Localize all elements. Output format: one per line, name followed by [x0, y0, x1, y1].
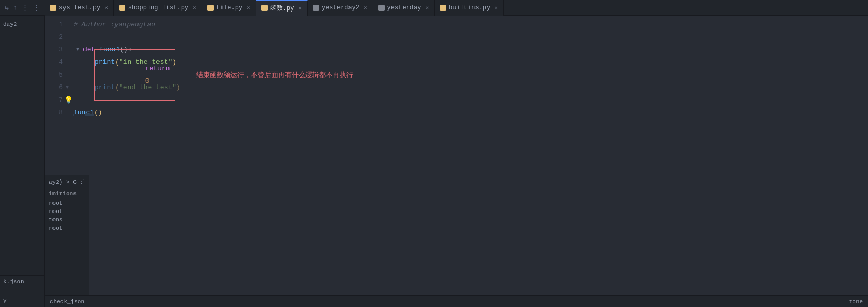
- tab-icon-builtins: [440, 5, 446, 11]
- bottom-panel: ay2) > G :\Python initions root root ton…: [45, 175, 868, 295]
- line-num-5: 5: [47, 69, 63, 81]
- return-annotation: 结束函数额运行，不管后面再有什么逻辑都不再执行: [196, 69, 353, 81]
- print-call-2: print: [94, 81, 115, 94]
- bottom-item-root-3[interactable]: root: [49, 224, 84, 232]
- str-end-test: "end the test": [119, 81, 176, 94]
- bottom-item-tons[interactable]: tons: [49, 216, 84, 224]
- section-title-initions: initions: [49, 190, 84, 197]
- sidebar-k-json[interactable]: k.json: [3, 278, 41, 286]
- tab-label-builtins: builtins.py: [449, 4, 490, 12]
- line-num-1: 1: [47, 18, 63, 31]
- code-line-5: return 0 结束函数额运行，不管后面再有什么逻辑都不再执行: [73, 69, 868, 81]
- tab-label-shopping-list: shopping_list.py: [128, 4, 188, 12]
- paren-open-2: (: [115, 81, 119, 94]
- editor-area: 1 2 3 4 5 6 7 8 # Author :yanpengtao: [45, 16, 868, 307]
- bottom-left-panel: ay2) > G :\Python initions root root ton…: [45, 175, 89, 295]
- tab-close-hanshu[interactable]: ✕: [298, 5, 302, 12]
- sidebar-item-day2[interactable]: day2: [3, 20, 41, 28]
- bottom-right-panel: [89, 175, 868, 295]
- code-line-7: 💡: [73, 94, 868, 107]
- tab-label-file: file.py: [216, 4, 242, 12]
- paren-call-close: ): [98, 107, 102, 119]
- code-line-3: ▼ def func1 ( ) :: [73, 44, 868, 56]
- bulb-icon[interactable]: 💡: [64, 94, 73, 107]
- tab-icon-file: [207, 5, 214, 11]
- line-num-3: 3: [47, 44, 63, 56]
- code-line-8: func1 ( ): [73, 107, 868, 119]
- toolbar-icon-up[interactable]: ↑: [13, 4, 17, 12]
- line-num-6: 6: [47, 81, 63, 94]
- keyword-return: return: [145, 65, 174, 72]
- line-num-4: 4: [47, 56, 63, 69]
- code-line-1: # Author :yanpengtao: [73, 18, 868, 31]
- fold-icon-3[interactable]: ▼: [73, 46, 82, 54]
- paren-close-2: ): [176, 81, 181, 94]
- main-area: day2 k.json y 1 2 3 4 5 6 7 8: [0, 16, 868, 307]
- tab-yesterday2[interactable]: yesterday2 ✕: [308, 0, 373, 16]
- tab-bar: ⇆ ↑ ⋮ ⋮ sys_test.py ✕ shopping_list.py ✕…: [0, 0, 868, 16]
- tab-builtins[interactable]: builtins.py ✕: [435, 0, 504, 16]
- tab-file[interactable]: file.py ✕: [202, 0, 256, 16]
- tab-yesterday[interactable]: yesterday ✕: [373, 0, 435, 16]
- tab-icon-hanshu: [261, 5, 268, 11]
- left-sidebar: day2 k.json y: [0, 16, 45, 307]
- toolbar-icon-menu2[interactable]: ⋮: [33, 4, 40, 12]
- tab-label-hanshu: 函数.py: [270, 4, 294, 13]
- breadcrumb-text: ay2) > G :\Python: [49, 178, 84, 186]
- sidebar-bottom: k.json y: [0, 275, 44, 307]
- tab-close-yesterday[interactable]: ✕: [425, 4, 429, 11]
- toolbar-icon-menu1[interactable]: ⋮: [22, 4, 28, 12]
- tab-icon-sys-test: [50, 5, 56, 11]
- sidebar-top: day2: [0, 16, 44, 33]
- tab-icon-yesterday: [378, 5, 385, 11]
- tab-close-yesterday2[interactable]: ✕: [364, 4, 367, 11]
- sidebar-y[interactable]: y: [3, 297, 41, 305]
- code-content: # Author :yanpengtao ▼ def func1 ( ) : p…: [71, 18, 868, 175]
- tab-hanshu[interactable]: 函数.py ✕: [256, 0, 308, 16]
- line-num-2: 2: [47, 31, 63, 44]
- tab-shopping-list[interactable]: shopping_list.py ✕: [114, 0, 202, 16]
- tab-close-builtins[interactable]: ✕: [494, 4, 498, 11]
- bottom-item-root-2[interactable]: root: [49, 207, 84, 216]
- code-line-2: [73, 31, 868, 44]
- tab-close-file[interactable]: ✕: [247, 4, 250, 11]
- code-comment-1: # Author :yanpengtao: [73, 18, 155, 31]
- code-line-6: ▼ print ( "end the test" ): [73, 81, 868, 94]
- fold-icon-6[interactable]: ▼: [63, 83, 71, 92]
- code-container: 1 2 3 4 5 6 7 8 # Author :yanpengtao: [45, 16, 868, 175]
- status-check-json: check_json: [50, 299, 84, 305]
- func1-call: func1: [73, 107, 94, 119]
- tab-label-yesterday: yesterday: [387, 4, 421, 12]
- tab-label-yesterday2: yesterday2: [322, 4, 359, 12]
- toolbar-icon-swap[interactable]: ⇆: [5, 4, 9, 12]
- paren-call-open: (: [94, 107, 98, 119]
- tab-icon-shopping-list: [119, 5, 125, 11]
- tab-close-shopping-list[interactable]: ✕: [193, 4, 196, 11]
- tab-label-sys-test: sys_test.py: [59, 4, 100, 12]
- tab-sys-test[interactable]: sys_test.py ✕: [45, 0, 114, 16]
- tab-icon-yesterday2: [313, 5, 319, 11]
- bottom-item-root-1[interactable]: root: [49, 199, 84, 207]
- code-line-4: print ( "in the test" ): [73, 56, 868, 69]
- tab-close-sys-test[interactable]: ✕: [104, 4, 108, 11]
- status-bar: check_json tone: [45, 295, 868, 307]
- line-num-8: 8: [47, 107, 63, 119]
- status-tone: tone: [849, 299, 863, 305]
- line-num-7: 7: [47, 94, 63, 107]
